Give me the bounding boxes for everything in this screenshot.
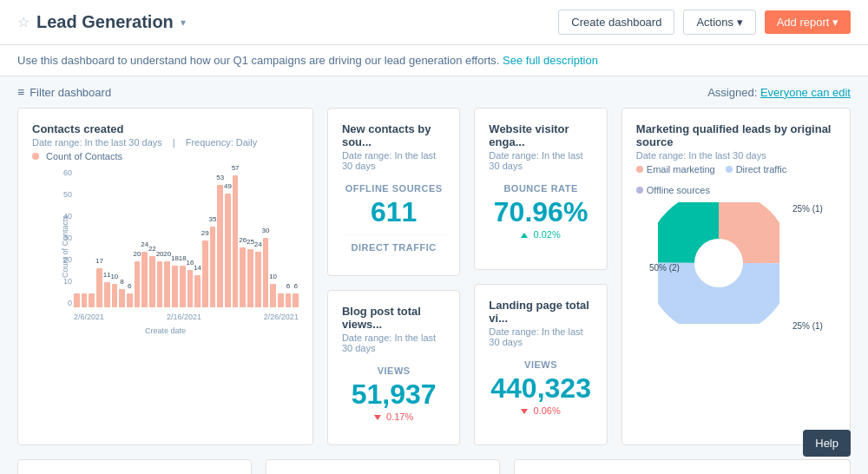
y-axis: 6050403020100: [60, 168, 72, 307]
add-report-button[interactable]: Add report ▾: [765, 10, 851, 34]
bounce-rate-value: 70.96%: [489, 197, 592, 227]
contacts-legend-dot: [32, 153, 39, 160]
header: ☆ Lead Generation ▾ Create dashboard Act…: [0, 0, 868, 45]
create-dashboard-button[interactable]: Create dashboard: [558, 10, 674, 35]
landing-page-stat-value: 440,323: [489, 373, 592, 404]
blog-post-title: Blog post total views...: [342, 305, 445, 331]
pie-chart-wrapper: 25% (1) 50% (2) 25% (1): [658, 202, 814, 332]
landing-page-title: Landing page total vi...: [489, 299, 592, 325]
landing-page-stat-label: VIEWS: [489, 359, 592, 370]
bar: 6: [293, 293, 299, 307]
blog-post-stat-value: 51,937: [342, 379, 445, 410]
legend-email: Email marketing: [636, 164, 715, 174]
blog-posts-views-card: Blog posts by most total views Date rang…: [514, 459, 851, 474]
bar: [82, 293, 88, 307]
bar: 10: [112, 284, 118, 307]
website-visitor-title: Website visitor enga...: [489, 122, 592, 148]
bar: 53: [217, 185, 223, 307]
bar: 14: [194, 275, 201, 307]
assigned-section: Assigned: Everyone can edit: [707, 86, 851, 99]
filter-label: Filter dashboard: [30, 86, 111, 99]
legend-direct: Direct traffic: [726, 164, 786, 174]
triangle-down-icon: [374, 415, 381, 420]
blog-post-date: Date range: In the last 30 days: [342, 332, 445, 353]
stat-col-pair: New contacts by sou... Date range: In th…: [327, 108, 460, 445]
new-contacts-source: DIRECT TRAFFIC: [342, 234, 445, 253]
landing-page-stat: VIEWS 440,323 0.06%: [489, 351, 592, 425]
bar: 25: [247, 249, 253, 307]
bar: 17: [96, 268, 102, 307]
assigned-text: Assigned:: [707, 86, 757, 99]
chevron-down-icon[interactable]: ▾: [181, 16, 186, 29]
blog-post-stat-label: VIEWS: [342, 365, 445, 376]
filter-dashboard-button[interactable]: ≡ Filter dashboard: [17, 85, 111, 99]
assigned-link[interactable]: Everyone can edit: [760, 86, 851, 99]
landing-page-stat-change: 0.06%: [489, 405, 592, 416]
bar: 35: [210, 227, 216, 307]
mql-first-conversion-card: Marketing qualified leads by first conve…: [17, 459, 252, 474]
new-contacts-stat: OFFLINE SOURCES 611 DIRECT TRAFFIC: [342, 174, 445, 261]
bar: [74, 293, 80, 307]
bar: 8: [119, 289, 125, 307]
pie-card-date: Date range: In the last 30 days: [636, 150, 836, 161]
triangle-up-icon: [521, 233, 528, 238]
bar: 18: [180, 266, 186, 307]
new-contact-conversions-card: New contact conversions by first convers…: [266, 459, 500, 474]
pie-legend: Email marketing Direct traffic Offline s…: [636, 164, 836, 195]
bar: [278, 293, 284, 307]
create-date-label: Create date: [32, 326, 299, 335]
header-left: ☆ Lead Generation ▾: [17, 12, 186, 32]
bar: 10: [270, 284, 276, 307]
landing-page-date: Date range: In the last 30 days: [489, 326, 592, 347]
row-2: Marketing qualified leads by first conve…: [17, 459, 851, 474]
header-actions: Create dashboard Actions ▾ Add report ▾: [558, 10, 851, 35]
contacts-legend-label: Count of Contacts: [46, 151, 122, 161]
dashboard-grid: Contacts created Date range: In the last…: [0, 108, 868, 474]
bar: [89, 293, 95, 307]
star-icon[interactable]: ☆: [17, 14, 30, 30]
blog-post-card: Blog post total views... Date range: In …: [327, 290, 460, 445]
actions-button[interactable]: Actions ▾: [683, 10, 755, 35]
website-visitor-stat: BOUNCE RATE 70.96% 0.02%: [489, 174, 592, 248]
pie-card-title: Marketing qualified leads by original so…: [636, 122, 836, 148]
filter-icon: ≡: [17, 85, 24, 99]
bar: 30: [263, 238, 269, 307]
pie-label-3: 25% (1): [792, 321, 823, 331]
contacts-created-card: Contacts created Date range: In the last…: [17, 108, 313, 445]
new-contacts-date: Date range: In the last 30 days: [342, 150, 445, 171]
bar: 49: [225, 194, 231, 307]
row-1: Contacts created Date range: In the last…: [17, 108, 851, 445]
marketing-leads-pie-card: Marketing qualified leads by original so…: [621, 108, 851, 445]
bar: 29: [202, 240, 208, 307]
help-button[interactable]: Help: [803, 430, 851, 457]
see-full-description-link[interactable]: See full description: [503, 54, 598, 67]
website-visitor-date: Date range: In the last 30 days: [489, 150, 592, 171]
subtitle-bar: Use this dashboard to understand how our…: [0, 45, 868, 76]
bar: 18: [172, 266, 178, 307]
stat-col-pair-2: Website visitor enga... Date range: In t…: [474, 108, 607, 445]
bar: 22: [149, 256, 155, 307]
bar: 6: [286, 293, 292, 307]
bar: 20: [135, 261, 141, 307]
subtitle-text: Use this dashboard to understand how our…: [17, 54, 499, 67]
bounce-rate-change: 0.02%: [489, 229, 592, 240]
bar: 26: [240, 247, 246, 307]
contacts-card-title: Contacts created: [32, 122, 299, 135]
new-contacts-stat-label: OFFLINE SOURCES: [342, 183, 445, 194]
page-title: Lead Generation: [36, 12, 174, 32]
bar-chart: 17 11 10 8 6 20 24 22 20 20 18 18 16 14: [74, 168, 299, 307]
contacts-date-range: Date range: In the last 30 days: [32, 137, 162, 148]
bar: 11: [104, 282, 110, 307]
contacts-chart-area: Count of Contacts 6050403020100 17 11 10…: [32, 168, 299, 325]
bar: 24: [141, 252, 148, 307]
new-contacts-card: New contacts by sou... Date range: In th…: [327, 108, 460, 276]
bar: 6: [127, 293, 133, 307]
bar: 20: [164, 261, 170, 307]
contacts-frequency: Frequency: Daily: [186, 137, 258, 148]
new-contacts-title: New contacts by sou...: [342, 122, 445, 148]
blog-post-stat: VIEWS 51,937 0.17%: [342, 357, 445, 431]
landing-page-card: Landing page total vi... Date range: In …: [474, 284, 607, 446]
bar: 57: [233, 175, 239, 307]
pie-label-2: 50% (2): [649, 263, 680, 273]
pie-container: 25% (1) 50% (2) 25% (1): [636, 202, 836, 332]
